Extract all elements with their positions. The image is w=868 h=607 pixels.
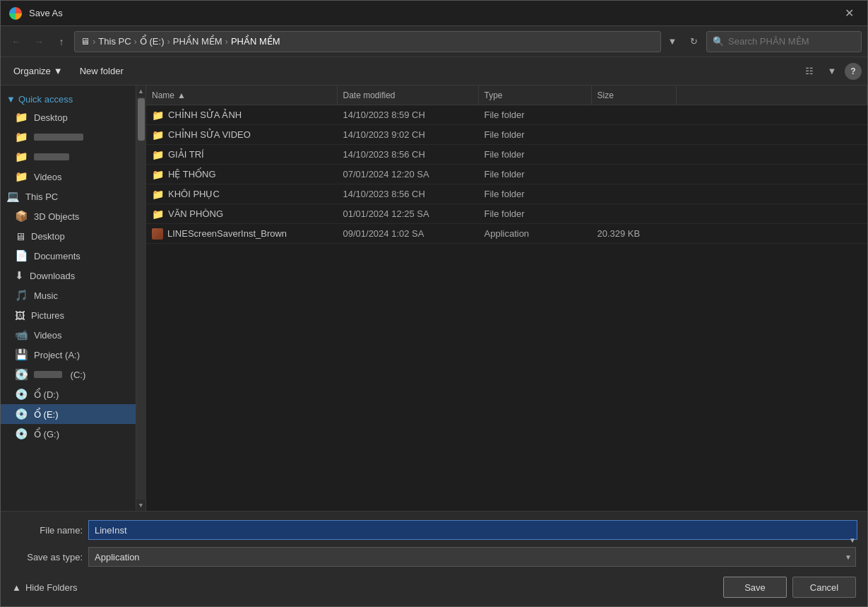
- column-header-name[interactable]: Name ▲: [146, 86, 338, 105]
- column-header-date[interactable]: Date modified: [338, 86, 479, 105]
- save-button[interactable]: Save: [723, 577, 787, 598]
- up-button[interactable]: ↑: [52, 32, 71, 52]
- action-row: ▲ Hide Folders Save Cancel: [12, 574, 856, 598]
- sidebar-item-label: This PC: [25, 191, 58, 202]
- file-name-text: KHÔI PHỤC: [168, 189, 220, 199]
- file-type-cell: File folder: [479, 165, 592, 184]
- sidebar-item-music[interactable]: 🎵 Music: [1, 285, 136, 305]
- help-button[interactable]: ?: [845, 63, 862, 80]
- sidebar-item-unnamed2[interactable]: 📁: [1, 147, 136, 167]
- save-as-type-wrapper: Application All Files ▼: [88, 547, 856, 567]
- sidebar-drive-c-label: (C:): [68, 370, 85, 380]
- path-drive-e: Ổ (E:): [140, 36, 165, 47]
- save-as-dialog: Save As ✕ ← → ↑ 🖥 › This PC › Ổ (E:) › P…: [0, 0, 868, 607]
- sidebar-item-desktop[interactable]: 🖥 Desktop: [1, 226, 136, 246]
- file-name-text: VĂN PHÒNG: [168, 208, 223, 219]
- address-path[interactable]: 🖥 › This PC › Ổ (E:) › PHẦN MỀM › PHẦN M…: [74, 31, 661, 52]
- file-name-cell: 📁 CHỈNH SỬA ẢNH: [146, 105, 338, 124]
- table-row[interactable]: LINEScreenSaverInst_Brown 09/01/2024 1:0…: [146, 224, 867, 244]
- sidebar-item-drive-d[interactable]: 💿 Ổ (D:): [1, 384, 136, 404]
- sidebar-item-documents[interactable]: 📄 Documents: [1, 246, 136, 266]
- column-header-type[interactable]: Type: [479, 86, 592, 105]
- save-as-type-row: Save as type: Application All Files ▼: [12, 547, 856, 567]
- file-name-text: HỆ THỐNG: [168, 169, 216, 179]
- file-size-cell: 20.329 KB: [592, 224, 677, 243]
- search-box[interactable]: 🔍: [706, 31, 862, 52]
- sidebar-item-label: Pictures: [31, 310, 64, 321]
- sidebar-item-label: Videos: [34, 330, 62, 341]
- sidebar-item-pictures[interactable]: 🖼 Pictures: [1, 305, 136, 325]
- organize-button[interactable]: Organize ▼: [6, 61, 70, 81]
- folder-icon: 📁: [152, 110, 164, 121]
- sidebar-item-desktop-quick[interactable]: 📁 Desktop: [1, 107, 136, 127]
- hide-folders-button[interactable]: ▲ Hide Folders: [12, 582, 78, 593]
- search-icon: 🔍: [713, 36, 724, 47]
- file-name-input[interactable]: [88, 520, 857, 540]
- close-button[interactable]: ✕: [839, 4, 859, 23]
- scroll-up-button[interactable]: ▲: [136, 86, 146, 97]
- folder-icon: 🖥: [15, 230, 25, 242]
- dialog-title: Save As: [29, 8, 832, 18]
- sidebar-item-label: Project (A:): [34, 350, 80, 360]
- file-size-cell: [592, 184, 677, 204]
- pictures-icon: 🖼: [15, 310, 25, 322]
- file-size-cell: [592, 204, 677, 223]
- sidebar-item-videos[interactable]: 📹 Videos: [1, 325, 136, 345]
- sidebar-item-drive-e[interactable]: 💿 Ổ (E:): [1, 404, 136, 424]
- folder-icon: 📁: [15, 111, 28, 124]
- sidebar-item-label: [34, 153, 69, 160]
- folder-icon: 📁: [15, 151, 28, 163]
- new-folder-button[interactable]: New folder: [73, 61, 131, 81]
- sidebar-item-unnamed1[interactable]: 📁: [1, 127, 136, 147]
- hide-folders-label: Hide Folders: [25, 582, 78, 593]
- column-header-extra: [677, 86, 868, 105]
- sidebar-scrollbar[interactable]: ▲ ▼: [136, 86, 146, 511]
- table-row[interactable]: 📁 VĂN PHÒNG 01/01/2024 12:25 SA File fol…: [146, 204, 867, 224]
- file-list-header: Name ▲ Date modified Type Size: [146, 86, 867, 105]
- table-row[interactable]: 📁 GIẢI TRÍ 14/10/2023 8:56 CH File folde…: [146, 145, 867, 165]
- file-name-row: File name: ▼: [12, 520, 856, 540]
- column-header-size[interactable]: Size: [592, 86, 677, 105]
- search-input[interactable]: [728, 36, 855, 47]
- file-extra-cell: [677, 165, 868, 184]
- drive-c-icon: 💽: [15, 368, 28, 381]
- forward-button[interactable]: →: [29, 32, 49, 52]
- sidebar-item-videos-quick[interactable]: 📁 Videos: [1, 167, 136, 187]
- file-extra-cell: [677, 145, 868, 164]
- file-date-cell: 14/10/2023 8:56 CH: [338, 184, 479, 204]
- sidebar-item-this-pc[interactable]: 💻 This PC: [1, 187, 136, 206]
- back-button[interactable]: ←: [6, 32, 26, 52]
- table-row[interactable]: 📁 HỆ THỐNG 07/01/2024 12:20 SA File fold…: [146, 165, 867, 184]
- table-row[interactable]: 📁 KHÔI PHỤC 14/10/2023 8:56 CH File fold…: [146, 184, 867, 204]
- view-dropdown-button[interactable]: ▼: [822, 61, 842, 81]
- sidebar: ▼ Quick access 📁 Desktop 📁 📁 📁 Videos 💻: [1, 86, 136, 511]
- file-type-cell: Application: [479, 224, 592, 243]
- sidebar-item-label: Ổ (G:): [34, 429, 59, 440]
- save-as-type-select[interactable]: Application All Files: [88, 547, 856, 567]
- organize-label: Organize: [13, 66, 51, 76]
- scroll-track[interactable]: [136, 97, 146, 500]
- file-name-cell: 📁 KHÔI PHỤC: [146, 184, 338, 204]
- table-row[interactable]: 📁 CHỈNH SỬA VIDEO 14/10/2023 9:02 CH Fil…: [146, 125, 867, 145]
- path-phan-mem-2: PHẦN MỀM: [231, 36, 280, 47]
- file-name-text: GIẢI TRÍ: [168, 149, 204, 160]
- sidebar-item-3d-objects[interactable]: 📦 3D Objects: [1, 206, 136, 226]
- scroll-down-button[interactable]: ▼: [136, 500, 146, 511]
- main-content: ▼ Quick access 📁 Desktop 📁 📁 📁 Videos 💻: [1, 86, 867, 511]
- hide-folders-chevron-icon: ▲: [12, 582, 21, 593]
- sidebar-item-downloads[interactable]: ⬇ Downloads: [1, 266, 136, 285]
- cancel-button[interactable]: Cancel: [792, 577, 856, 598]
- file-date-cell: 01/01/2024 12:25 SA: [338, 204, 479, 223]
- sidebar-item-drive-g[interactable]: 💿 Ổ (G:): [1, 424, 136, 444]
- table-row[interactable]: 📁 CHỈNH SỬA ẢNH 14/10/2023 8:59 CH File …: [146, 105, 867, 125]
- app-file-icon: [152, 228, 163, 240]
- sidebar-item-drive-c[interactable]: 💽 (C:): [1, 365, 136, 384]
- address-dropdown[interactable]: ▼: [664, 31, 681, 52]
- folder-icon: 📁: [15, 170, 28, 183]
- refresh-button[interactable]: ↻: [684, 32, 703, 52]
- view-button[interactable]: ☷: [799, 61, 819, 81]
- sidebar-item-label: Downloads: [30, 271, 75, 281]
- file-name-cell: 📁 VĂN PHÒNG: [146, 204, 338, 223]
- sidebar-item-project-a[interactable]: 💾 Project (A:): [1, 345, 136, 365]
- music-icon: 🎵: [15, 289, 28, 302]
